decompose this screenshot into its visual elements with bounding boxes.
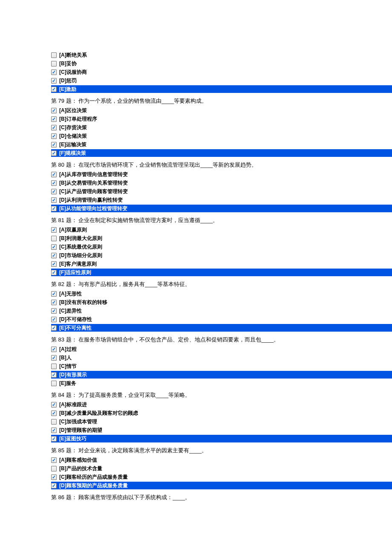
option-label: [A]区位决策: [59, 107, 87, 113]
question-block-q81: 第 81 题： 企业在制定和实施销售物流管理方案时，应当遵循____。[A]双赢…: [51, 217, 392, 276]
option-row[interactable]: [E]服务: [51, 379, 392, 387]
option-row[interactable]: [D]有形展示: [51, 371, 392, 379]
checkbox[interactable]: [51, 87, 57, 92]
checkbox[interactable]: [51, 483, 57, 489]
checkbox[interactable]: [51, 428, 57, 433]
checkbox[interactable]: [51, 236, 57, 241]
option-row[interactable]: [B]利润最大化原则: [51, 234, 392, 242]
option-row[interactable]: [C]从产品管理向顾客管理转变: [51, 188, 392, 195]
option-label: [E]运输决策: [59, 142, 86, 147]
option-row[interactable]: [B]人: [51, 354, 392, 361]
option-label: [D]不可储存性: [59, 316, 92, 322]
checkbox[interactable]: [51, 325, 57, 331]
option-row[interactable]: [A]无形性: [51, 290, 392, 298]
checkbox[interactable]: [51, 244, 57, 250]
checkbox[interactable]: [51, 364, 57, 369]
checkbox[interactable]: [51, 150, 57, 156]
option-label: [A]从库存管理向信息管理转变: [59, 171, 128, 177]
option-label: [C]加强成本管理: [59, 419, 97, 425]
option-row[interactable]: [D]管理顾客的期望: [51, 426, 392, 434]
checkbox[interactable]: [51, 402, 57, 408]
checkbox[interactable]: [51, 78, 57, 84]
checkbox[interactable]: [51, 466, 57, 471]
option-row[interactable]: [A]断绝关系: [51, 51, 392, 59]
checkbox[interactable]: [51, 197, 57, 203]
option-row[interactable]: [B]减少质量风险及顾客对它的顾虑: [51, 409, 392, 417]
option-row[interactable]: [A]顾客感知价值: [51, 456, 392, 464]
checkbox[interactable]: [51, 52, 57, 58]
option-row[interactable]: [B]产品的技术含量: [51, 465, 392, 472]
checkbox[interactable]: [51, 410, 57, 416]
checkbox[interactable]: [51, 69, 57, 75]
checkbox[interactable]: [51, 206, 57, 211]
option-label: [A]标准跟进: [59, 402, 87, 408]
option-row[interactable]: [D]不可储存性: [51, 315, 392, 323]
option-row[interactable]: [D]仓储决策: [51, 132, 392, 140]
checkbox[interactable]: [51, 108, 57, 113]
option-label: [A]无形性: [59, 291, 82, 297]
option-label: [A]断绝关系: [59, 52, 87, 58]
option-row[interactable]: [F]规模决策: [51, 149, 392, 157]
checkbox[interactable]: [51, 355, 57, 361]
checkbox[interactable]: [51, 133, 57, 139]
option-row[interactable]: [A]标准跟进: [51, 401, 392, 408]
option-row[interactable]: [E]运输决策: [51, 141, 392, 148]
checkbox[interactable]: [51, 347, 57, 352]
checkbox[interactable]: [51, 291, 57, 297]
option-row[interactable]: [B]订单处理程序: [51, 115, 392, 123]
option-row[interactable]: [B]从交易管理向关系管理转变: [51, 179, 392, 187]
question-block-q80: 第 80 题： 在现代市场营销环境下，企业销售物流管理呈现出____等新的发展趋…: [51, 161, 392, 212]
option-row[interactable]: [C]顾客经历的产品或服务质量: [51, 473, 392, 481]
option-row[interactable]: [E]客户满意原则: [51, 260, 392, 268]
option-row[interactable]: [C]加强成本管理: [51, 418, 392, 425]
option-row[interactable]: [D]惩罚: [51, 77, 392, 84]
option-row[interactable]: [C]系统最优化原则: [51, 243, 392, 251]
checkbox[interactable]: [51, 419, 57, 425]
option-row[interactable]: [A]从库存管理向信息管理转变: [51, 171, 392, 178]
option-label: [C]系统最优化原则: [59, 244, 102, 250]
option-row[interactable]: [D]市场细分化原则: [51, 251, 392, 259]
option-label: [D]仓储决策: [59, 133, 87, 139]
checkbox[interactable]: [51, 116, 57, 122]
option-row[interactable]: [C]存货决策: [51, 124, 392, 131]
option-row[interactable]: [A]过程: [51, 345, 392, 353]
checkbox[interactable]: [51, 300, 57, 305]
option-label: [E]客户满意原则: [59, 261, 97, 267]
option-label: [D]从利润管理向赢利性转变: [59, 197, 123, 203]
question-block-q86: 第 86 题： 顾客满意管理系统由以下子系统构成：____。: [51, 494, 392, 501]
checkbox[interactable]: [51, 172, 57, 177]
checkbox[interactable]: [51, 261, 57, 267]
checkbox[interactable]: [51, 189, 57, 194]
option-row[interactable]: [E]激励: [51, 85, 392, 93]
checkbox[interactable]: [51, 180, 57, 186]
checkbox[interactable]: [51, 474, 57, 480]
option-row[interactable]: [A]区位决策: [51, 107, 392, 114]
checkbox[interactable]: [51, 227, 57, 233]
option-row[interactable]: [B]没有所有权的转移: [51, 298, 392, 306]
question-block-q78: [A]断绝关系[B]妥协[C]说服协商[D]惩罚[E]激励: [51, 51, 392, 93]
option-row[interactable]: [E]从功能管理向过程管理转变: [51, 205, 392, 212]
option-row[interactable]: [B]妥协: [51, 60, 392, 67]
checkbox[interactable]: [51, 317, 57, 322]
checkbox[interactable]: [51, 436, 57, 442]
checkbox[interactable]: [51, 253, 57, 258]
checkbox[interactable]: [51, 372, 57, 378]
checkbox[interactable]: [51, 457, 57, 463]
checkbox[interactable]: [51, 61, 57, 66]
option-row[interactable]: [C]差异性: [51, 307, 392, 315]
checkbox[interactable]: [51, 270, 57, 275]
option-row[interactable]: [F]适应性原则: [51, 269, 392, 276]
option-label: [C]顾客经历的产品或服务质量: [59, 474, 128, 480]
option-row[interactable]: [E]蓝图技巧: [51, 435, 392, 442]
checkbox[interactable]: [51, 308, 57, 314]
option-row[interactable]: [C]情节: [51, 362, 392, 370]
checkbox[interactable]: [51, 125, 57, 130]
option-row[interactable]: [E]不可分离性: [51, 324, 392, 332]
option-row[interactable]: [A]双赢原则: [51, 226, 392, 234]
option-row[interactable]: [D]从利润管理向赢利性转变: [51, 196, 392, 204]
option-row[interactable]: [D]顾客预期的产品或服务质量: [51, 482, 392, 489]
option-row[interactable]: [C]说服协商: [51, 68, 392, 76]
checkbox[interactable]: [51, 142, 57, 147]
checkbox[interactable]: [51, 381, 57, 386]
option-label: [B]没有所有权的转移: [59, 299, 107, 305]
